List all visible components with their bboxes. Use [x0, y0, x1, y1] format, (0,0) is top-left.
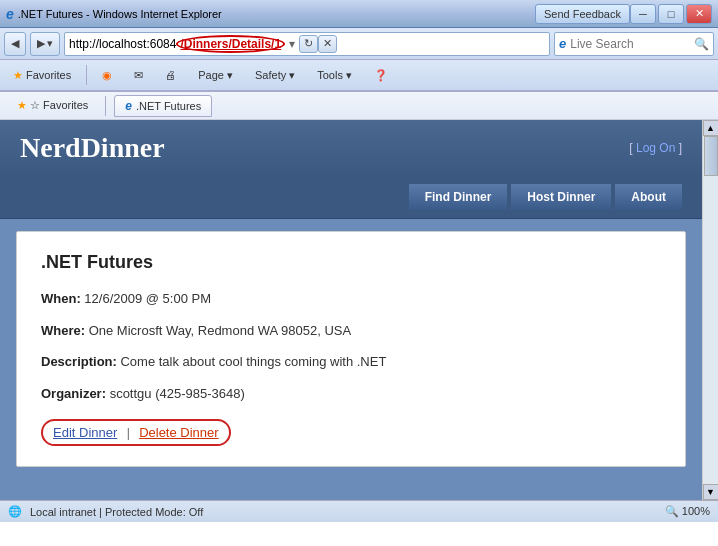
page-area: NerdDinner [ Log On ] Find Dinner Host D… — [0, 120, 702, 500]
refresh-button[interactable]: ↻ — [299, 35, 318, 53]
url-prefix: http://localhost:6084 — [69, 37, 176, 51]
minimize-button[interactable]: ─ — [630, 4, 656, 24]
site-header: NerdDinner [ Log On ] — [0, 120, 702, 176]
safety-button[interactable]: Safety ▾ — [246, 62, 304, 88]
scroll-thumb[interactable] — [704, 136, 718, 176]
email-button[interactable]: ✉ — [125, 62, 152, 88]
rss-button[interactable]: ◉ — [93, 62, 121, 88]
send-feedback-button[interactable]: Send Feedback — [535, 4, 630, 24]
logon-area: [ Log On ] — [629, 141, 682, 155]
address-bar-area: ◀ ▶ ▾ http://localhost:6084/Dinners/Deta… — [0, 28, 718, 60]
favorites-tab-netfutures[interactable]: e .NET Futures — [114, 95, 212, 117]
organizer-value: scottgu (425-985-3648) — [110, 386, 245, 401]
chevron-down-icon: ▾ — [47, 37, 53, 50]
about-button[interactable]: About — [615, 184, 682, 210]
organizer-field: Organizer: scottgu (425-985-3648) — [41, 384, 661, 404]
favorites-star-button[interactable]: ★ ☆ Favorites — [8, 95, 97, 117]
title-bar: e .NET Futures - Windows Internet Explor… — [0, 0, 718, 28]
site-nav: Find Dinner Host Dinner About — [0, 176, 702, 219]
scrollbar[interactable]: ▲ ▼ — [702, 120, 718, 500]
star-icon: ★ — [13, 69, 23, 82]
edit-dinner-link[interactable]: Edit Dinner — [53, 425, 117, 440]
nerddinner-page: NerdDinner [ Log On ] Find Dinner Host D… — [0, 120, 702, 500]
refresh-icon: ↻ — [304, 37, 313, 50]
status-bar: 🌐 Local intranet | Protected Mode: Off 🔍… — [0, 500, 718, 522]
toolbar: ★ Favorites ◉ ✉ 🖨 Page ▾ Safety ▾ Tools … — [0, 60, 718, 92]
description-label: Description: — [41, 354, 117, 369]
ie-tab-icon: e — [125, 99, 132, 113]
fav-separator — [105, 96, 106, 116]
status-zone: Local intranet | Protected Mode: Off — [30, 506, 657, 518]
back-icon: ◀ — [11, 37, 19, 50]
zoom-level[interactable]: 🔍 100% — [665, 505, 710, 518]
globe-icon: 🌐 — [8, 505, 22, 518]
rss-icon: ◉ — [102, 69, 112, 82]
help-icon: ❓ — [374, 69, 388, 82]
address-box[interactable]: http://localhost:6084/Dinners/Details/1 … — [64, 32, 550, 56]
search-box[interactable]: e 🔍 — [554, 32, 714, 56]
link-separator: | — [127, 426, 130, 440]
logon-link[interactable]: Log On — [636, 141, 675, 155]
browser-content: NerdDinner [ Log On ] Find Dinner Host D… — [0, 120, 718, 500]
where-value: One Microsft Way, Redmond WA 98052, USA — [89, 323, 352, 338]
ie-search-icon: e — [559, 36, 566, 51]
page-button[interactable]: Page ▾ — [189, 62, 242, 88]
window-controls: ─ □ ✕ — [630, 4, 712, 24]
when-field: When: 12/6/2009 @ 5:00 PM — [41, 289, 661, 309]
when-label: When: — [41, 291, 81, 306]
where-label: Where: — [41, 323, 85, 338]
when-value: 12/6/2009 @ 5:00 PM — [84, 291, 211, 306]
scroll-down-button[interactable]: ▼ — [703, 484, 719, 500]
print-button[interactable]: 🖨 — [156, 62, 185, 88]
stop-icon: ✕ — [323, 37, 332, 50]
scroll-up-button[interactable]: ▲ — [703, 120, 719, 136]
favorites-button[interactable]: ★ Favorites — [4, 62, 80, 88]
search-icon[interactable]: 🔍 — [694, 37, 709, 51]
scroll-track[interactable] — [703, 136, 718, 484]
dinner-title: .NET Futures — [41, 252, 661, 273]
url-highlight: /Dinners/Details/1 — [176, 35, 285, 53]
dinner-detail-card: .NET Futures When: 12/6/2009 @ 5:00 PM W… — [16, 231, 686, 467]
favorites-bar: ★ ☆ Favorites e .NET Futures — [0, 92, 718, 120]
close-button[interactable]: ✕ — [686, 4, 712, 24]
window-title: .NET Futures - Windows Internet Explorer — [18, 8, 535, 20]
star-fav-icon: ★ — [17, 99, 27, 112]
links-circle-decoration: Edit Dinner | Delete Dinner — [41, 419, 231, 446]
url-dropdown-icon[interactable]: ▾ — [289, 37, 295, 51]
help-button[interactable]: ❓ — [365, 62, 397, 88]
description-field: Description: Come talk about cool things… — [41, 352, 661, 372]
print-icon: 🖨 — [165, 69, 176, 81]
delete-dinner-link[interactable]: Delete Dinner — [139, 425, 219, 440]
maximize-button[interactable]: □ — [658, 4, 684, 24]
host-dinner-button[interactable]: Host Dinner — [511, 184, 611, 210]
ie-icon: e — [6, 6, 14, 22]
toolbar-separator-1 — [86, 65, 87, 85]
organizer-label: Organizer: — [41, 386, 106, 401]
dinner-links: Edit Dinner | Delete Dinner — [41, 419, 661, 446]
back-button[interactable]: ◀ — [4, 32, 26, 56]
description-value: Come talk about cool things coming with … — [120, 354, 386, 369]
stop-button[interactable]: ✕ — [318, 35, 337, 53]
forward-icon: ▶ — [37, 37, 45, 50]
site-title: NerdDinner — [20, 132, 165, 164]
logon-bracket-open: [ — [629, 141, 636, 155]
logon-bracket-close: ] — [675, 141, 682, 155]
tools-button[interactable]: Tools ▾ — [308, 62, 361, 88]
where-field: Where: One Microsft Way, Redmond WA 9805… — [41, 321, 661, 341]
search-input[interactable] — [570, 37, 690, 51]
email-icon: ✉ — [134, 69, 143, 82]
find-dinner-button[interactable]: Find Dinner — [409, 184, 508, 210]
forward-button[interactable]: ▶ ▾ — [30, 32, 60, 56]
